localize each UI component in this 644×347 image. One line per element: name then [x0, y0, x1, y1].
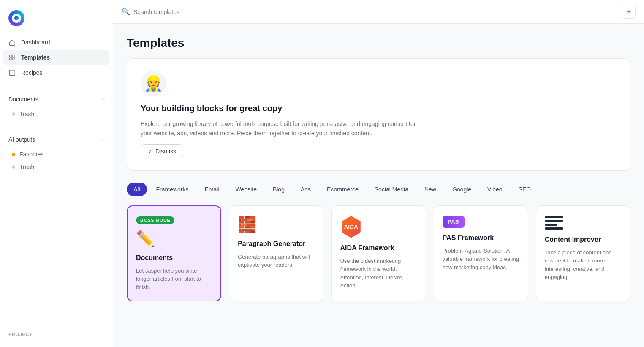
card-desc-aida-framework: Use the oldest marketing framework in th… [340, 257, 417, 290]
sidebar-item-favorites[interactable]: Favorites [0, 148, 113, 161]
sidebar-nav: Dashboard Templates Recipes [0, 35, 113, 80]
card-paragraph-generator[interactable]: 🧱 Paragraph Generator Generate paragraph… [229, 205, 323, 301]
card-pas-framework[interactable]: PAS PAS Framework Problem-Agitate-Soluti… [434, 205, 528, 301]
topbar: 🔍 ☀ [113, 0, 644, 24]
sidebar-footer: PROJECT [0, 328, 113, 340]
card-aida-framework[interactable]: AIDA AIDA Framework Use the oldest marke… [331, 205, 426, 301]
card-title-documents: Documents [136, 254, 212, 262]
theme-toggle-button[interactable]: ☀ [622, 5, 636, 19]
project-label: PROJECT [5, 332, 108, 337]
svg-rect-4 [10, 70, 15, 76]
filter-tab-social-media[interactable]: Social Media [368, 183, 415, 196]
banner-description: Explore our growing library of powerful … [141, 119, 419, 138]
filter-tabs: AllFrameworksEmailWebsiteBlogAdsEcommerc… [127, 183, 630, 196]
banner-title: Your building blocks for great copy [141, 104, 617, 113]
sidebar-divider-2 [7, 125, 106, 125]
topbar-right: ☀ [622, 5, 636, 19]
svg-rect-2 [10, 58, 12, 60]
filter-tab-ecommerce[interactable]: Ecommerce [320, 183, 365, 196]
filter-tab-google[interactable]: Google [446, 183, 478, 196]
search-icon: 🔍 [122, 8, 130, 16]
book-icon [8, 69, 16, 77]
svg-rect-0 [10, 55, 12, 57]
banner: 👷 Your building blocks for great copy Ex… [127, 58, 630, 171]
checkmark-icon: ✓ [148, 148, 153, 155]
filter-tab-frameworks[interactable]: Frameworks [149, 183, 196, 196]
cards-grid: BOSS MODE✏️ Documents Let Jasper help yo… [127, 205, 630, 301]
card-desc-content-improver: Take a piece of content and rewrite it t… [545, 249, 622, 281]
sidebar-item-dashboard-label: Dashboard [21, 39, 50, 46]
card-badge-documents: BOSS MODE [136, 216, 174, 224]
sidebar-item-trash-docs[interactable]: Trash [0, 108, 113, 120]
filter-tab-ads[interactable]: Ads [294, 183, 318, 196]
filter-tab-website[interactable]: Website [229, 183, 264, 196]
sidebar-item-trash-ai[interactable]: Trash [0, 161, 113, 173]
sidebar: Dashboard Templates Recipes Documents + … [0, 0, 113, 347]
aida-badge: AIDA [340, 216, 362, 238]
sidebar-item-templates-label: Templates [21, 54, 50, 61]
filter-tab-seo[interactable]: SEO [512, 183, 538, 196]
app-logo[interactable] [0, 7, 113, 35]
content-improver-icon [545, 216, 622, 230]
filter-tab-video[interactable]: Video [481, 183, 509, 196]
search-wrapper: 🔍 [122, 8, 375, 16]
card-desc-documents: Let Jasper help you write longer article… [136, 267, 212, 292]
card-emoji-documents: ✏️ [136, 230, 212, 248]
trash-ai-dot [12, 165, 15, 169]
search-input[interactable] [133, 8, 375, 15]
card-desc-paragraph-generator: Generate paragraphs that will captivate … [238, 253, 315, 269]
sidebar-item-trash-ai-label: Trash [19, 164, 34, 170]
documents-section-header: Documents + [0, 91, 113, 108]
sidebar-item-templates[interactable]: Templates [3, 50, 109, 65]
card-desc-pas-framework: Problem-Agitate-Solution. A valuable fra… [443, 247, 519, 272]
ci-line-3 [545, 224, 557, 226]
card-emoji-paragraph-generator: 🧱 [238, 216, 315, 234]
card-title-content-improver: Content Improver [545, 235, 622, 244]
filter-tab-blog[interactable]: Blog [266, 183, 291, 196]
main-content: 🔍 ☀ Templates 👷 Your building blocks for… [113, 0, 644, 347]
sidebar-item-recipes[interactable]: Recipes [3, 65, 109, 80]
house-icon [8, 38, 16, 46]
sidebar-divider-1 [7, 85, 106, 85]
filter-tab-all[interactable]: All [127, 183, 147, 196]
filter-tab-new[interactable]: New [418, 183, 443, 196]
ai-outputs-add-button[interactable]: + [98, 135, 108, 144]
ai-outputs-section-label: AI outputs [8, 136, 35, 143]
filter-tab-email[interactable]: Email [198, 183, 226, 196]
card-documents[interactable]: BOSS MODE✏️ Documents Let Jasper help yo… [127, 205, 221, 301]
card-title-paragraph-generator: Paragraph Generator [238, 240, 315, 249]
card-title-pas-framework: PAS Framework [443, 234, 519, 243]
content-area: Templates 👷 Your building blocks for gre… [113, 24, 644, 347]
sidebar-item-dashboard[interactable]: Dashboard [3, 35, 109, 50]
trash-docs-dot [12, 112, 15, 116]
card-content-improver[interactable]: Content Improver Take a piece of content… [536, 205, 630, 301]
svg-rect-3 [13, 58, 15, 60]
pas-badge: PAS [443, 216, 465, 228]
documents-add-button[interactable]: + [98, 95, 108, 104]
ai-outputs-section-header: AI outputs + [0, 131, 113, 148]
dismiss-button[interactable]: ✓ Dismiss [141, 144, 183, 158]
favorites-dot [12, 153, 15, 156]
dismiss-label: Dismiss [155, 148, 176, 155]
ci-line-1 [545, 216, 563, 218]
sidebar-item-trash-docs-label: Trash [19, 111, 34, 117]
ci-line-2 [545, 220, 563, 222]
page-title: Templates [127, 36, 630, 50]
card-title-aida-framework: AIDA Framework [340, 244, 417, 253]
sidebar-item-recipes-label: Recipes [21, 69, 43, 76]
grid-icon [8, 54, 16, 61]
documents-section-label: Documents [8, 96, 38, 103]
sidebar-item-favorites-label: Favorites [19, 151, 44, 158]
ci-line-4 [545, 227, 563, 230]
svg-rect-1 [13, 55, 15, 57]
banner-emoji: 👷 [141, 71, 166, 96]
